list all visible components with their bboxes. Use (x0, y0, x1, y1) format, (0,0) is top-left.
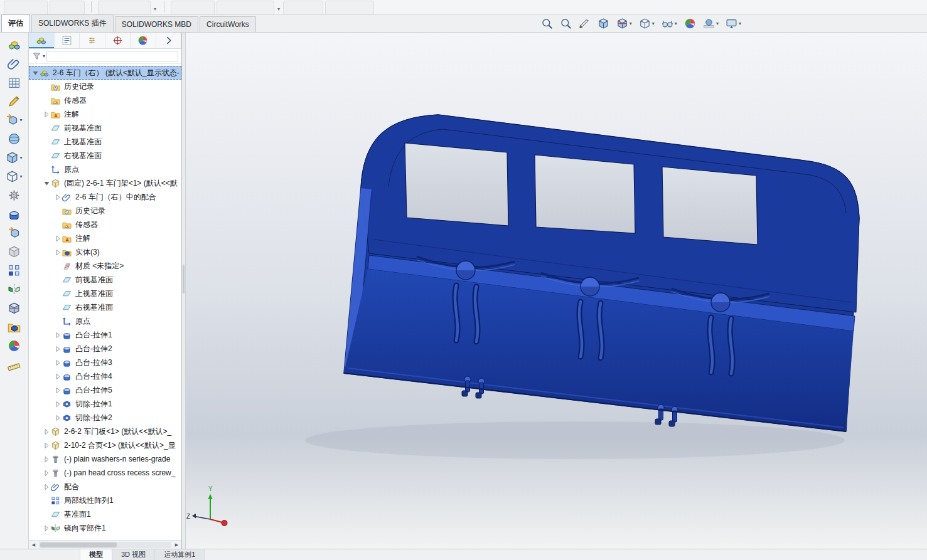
hole-alignment-button[interactable] (7, 301, 21, 315)
tree-item[interactable]: A注解 (29, 107, 181, 121)
zoom-area-button[interactable] (559, 17, 573, 30)
ribbon-button[interactable] (50, 1, 85, 15)
zoom-fit-button[interactable] (540, 17, 554, 30)
panel-flyout[interactable] (156, 33, 182, 48)
tree-item[interactable]: A注解 (29, 231, 181, 245)
component-stack-button[interactable] (7, 320, 21, 334)
expand-arrow-icon[interactable] (43, 484, 51, 490)
tab-evaluate[interactable]: 评估 (1, 14, 30, 32)
solid-component-button[interactable] (7, 207, 21, 221)
attachments-button[interactable] (7, 56, 21, 71)
display-style-button[interactable]: ▾ (638, 17, 656, 30)
hide-show-items-button[interactable]: ▾ (660, 17, 678, 30)
expand-arrow-icon[interactable] (54, 236, 62, 241)
apply-scene-button[interactable]: ▾ (702, 17, 720, 30)
tree-item[interactable]: 历史记录 (29, 204, 181, 218)
tree-item[interactable]: 配合 (29, 480, 181, 494)
tree-item[interactable]: 传感器 (29, 218, 181, 231)
expand-arrow-icon[interactable] (43, 112, 51, 117)
filter-funnel-icon[interactable] (32, 51, 41, 61)
ribbon-button[interactable] (283, 1, 323, 15)
expand-arrow-icon[interactable] (43, 443, 51, 448)
scrollbar-thumb[interactable] (40, 542, 117, 547)
ribbon-button[interactable] (171, 1, 215, 15)
propertymanager-tab[interactable] (55, 33, 80, 48)
expand-arrow-icon[interactable] (43, 526, 51, 531)
dropdown-caret-icon[interactable]: ▾ (675, 21, 677, 26)
ribbon-button[interactable] (4, 1, 48, 15)
collapse-arrow-icon[interactable] (43, 181, 51, 186)
assembly-visualization-button[interactable] (7, 38, 21, 52)
splitter-grip[interactable] (183, 265, 185, 293)
expand-arrow-icon[interactable] (54, 374, 62, 379)
dropdown-caret-icon[interactable]: ▾ (277, 6, 280, 12)
tree-item[interactable]: 镜向零部件1 (29, 521, 181, 535)
tree-item[interactable]: 局部线性阵列1 (29, 494, 181, 507)
tree-item[interactable]: 凸台-拉伸4 (29, 369, 181, 383)
viewport-canvas[interactable]: Z Y (186, 33, 927, 549)
dropdown-caret-icon[interactable]: ▾ (43, 54, 45, 59)
tree-item[interactable]: 前视基准面 (29, 273, 181, 287)
tree-item[interactable]: 凸台-拉伸2 (29, 342, 181, 356)
dropdown-caret-icon[interactable]: ▾ (652, 21, 655, 26)
tree-item[interactable]: 传感器 (29, 93, 181, 107)
tree-item[interactable]: 前视基准面 (29, 121, 181, 135)
section-cube-button[interactable]: ▾ (615, 17, 633, 30)
tab-3d-views[interactable]: 3D 视图 (112, 549, 155, 560)
configurationmanager-tab[interactable] (80, 33, 105, 48)
expand-arrow-icon[interactable] (54, 194, 62, 200)
tree-item[interactable]: 上视基准面 (29, 287, 181, 300)
tab-solidworks-mbd[interactable]: SOLIDWORKS MBD (115, 16, 198, 32)
tree-item[interactable]: 历史记录 (29, 80, 181, 93)
dropdown-caret-icon[interactable]: ▾ (630, 21, 632, 26)
interference-detection-button[interactable] (7, 263, 21, 278)
tree-item[interactable]: 材质 <未指定> (29, 259, 181, 273)
tab-model[interactable]: 模型 (80, 549, 112, 560)
dropdown-caret-icon[interactable]: ▾ (19, 118, 22, 123)
dropdown-caret-icon[interactable]: ▾ (716, 21, 719, 26)
expand-arrow-icon[interactable] (54, 401, 62, 407)
expand-arrow-icon[interactable] (54, 332, 62, 338)
ribbon-button[interactable] (325, 1, 374, 15)
edit-sketch-button[interactable] (7, 94, 21, 108)
tree-item[interactable]: 实体(3) (29, 245, 181, 259)
exploded-view-button[interactable] (7, 188, 21, 203)
tab-solidworks-addins[interactable]: SOLIDWORKS 插件 (31, 14, 114, 32)
graphics-viewport[interactable]: Z Y (186, 33, 927, 549)
dropdown-caret-icon[interactable]: ▾ (19, 156, 22, 161)
view-settings-button[interactable]: ▾ (724, 17, 742, 30)
featuremanager-tab[interactable] (29, 33, 55, 48)
measure-button[interactable] (7, 357, 21, 372)
dropdown-caret-icon[interactable]: ▾ (739, 21, 741, 26)
dropdown-caret-icon[interactable]: ▾ (154, 6, 156, 12)
show-hidden-components-button[interactable]: ▾ (5, 169, 23, 184)
move-component-button[interactable]: ▾ (5, 151, 23, 165)
clearance-verification-button[interactable] (7, 282, 21, 297)
scrollbar-track[interactable] (39, 542, 171, 548)
expand-arrow-icon[interactable] (54, 346, 62, 352)
tree-item[interactable]: 2-6 车门（右） (默认<默认_显示状态- (29, 66, 181, 80)
tree-item[interactable]: (固定) 2-6-1 车门架<1> (默认<<默 (29, 176, 181, 190)
scroll-right-icon[interactable]: ▶ (172, 541, 181, 549)
tree-item[interactable]: 上视基准面 (29, 135, 181, 149)
tab-circuitworks[interactable]: CircuitWorks (200, 16, 256, 32)
tree-item[interactable]: 凸台-拉伸5 (29, 383, 181, 397)
tree-item[interactable]: 2-6-2 车门板<1> (默认<<默认>_ (29, 425, 181, 438)
tree-item[interactable]: 凸台-拉伸3 (29, 356, 181, 369)
tree-item[interactable]: 2-10-2 合页<1> (默认<<默认>_显 (29, 438, 181, 452)
tab-motion-study[interactable]: 运动算例1 (155, 549, 205, 560)
expand-arrow-icon[interactable] (43, 470, 51, 476)
tree-item[interactable]: 2-6 车门（右）中的配合 (29, 190, 181, 204)
tree-item[interactable]: 切除-拉伸1 (29, 397, 181, 411)
smart-component-button[interactable] (7, 132, 21, 146)
dimxpertmanager-tab[interactable] (105, 33, 131, 48)
edit-appearance-button[interactable] (683, 17, 697, 30)
appearances-button[interactable] (7, 339, 21, 353)
tree-filter-input[interactable] (46, 51, 178, 61)
expand-arrow-icon[interactable] (54, 415, 62, 421)
expand-arrow-icon[interactable] (43, 429, 51, 435)
scroll-left-icon[interactable]: ◀ (29, 541, 38, 549)
tree-item[interactable]: 基准面1 (29, 507, 181, 521)
expand-arrow-icon[interactable] (54, 360, 62, 366)
expand-arrow-icon[interactable] (54, 250, 62, 255)
